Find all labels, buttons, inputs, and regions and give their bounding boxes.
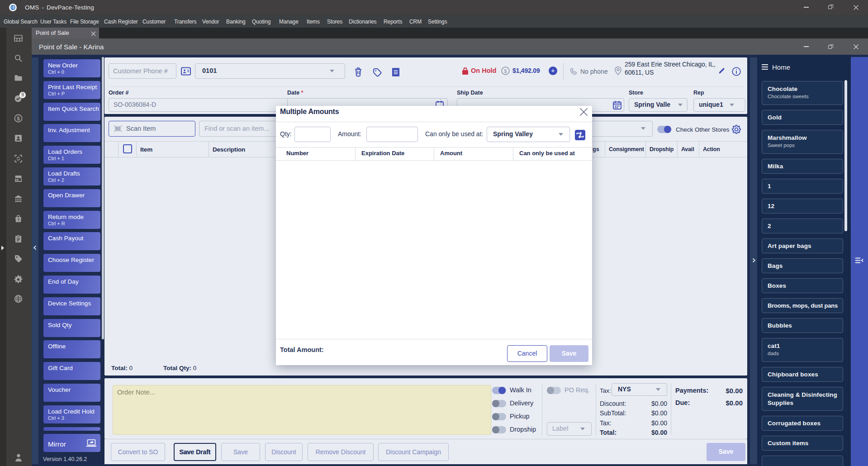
svg-text:?: ? — [17, 218, 19, 222]
svg-text:$: $ — [504, 68, 507, 74]
svg-text:$: $ — [17, 116, 20, 121]
